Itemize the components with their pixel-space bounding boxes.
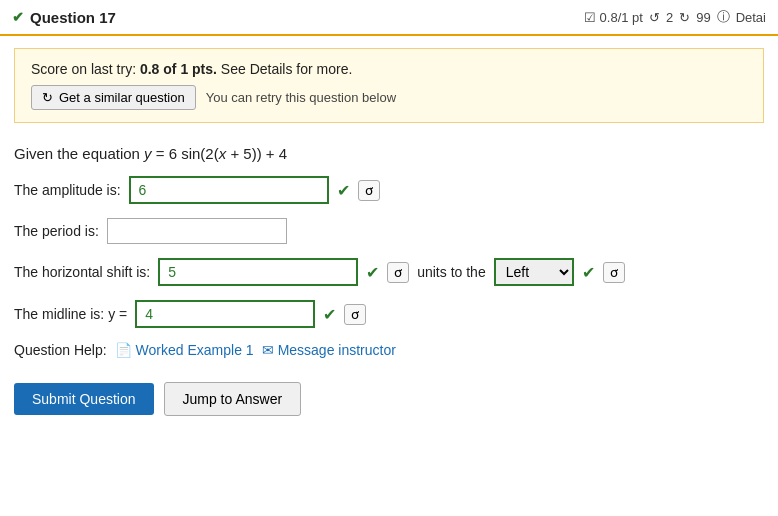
help-label: Question Help:	[14, 342, 107, 358]
help-row: Question Help: 📄 Worked Example 1 ✉ Mess…	[14, 342, 764, 358]
score-val: 0.8 of 1 pts.	[140, 61, 217, 77]
message-icon: ✉	[262, 342, 274, 358]
worked-example-icon: 📄	[115, 342, 132, 358]
message-instructor-link[interactable]: ✉ Message instructor	[262, 342, 396, 358]
direction-check-icon: ✔	[582, 263, 595, 282]
horizontal-shift-label: The horizontal shift is:	[14, 264, 150, 280]
retry-text: You can retry this question below	[206, 90, 396, 105]
score-badge: ☑ 0.8/1 pt	[584, 10, 643, 25]
message-instructor-label: Message instructor	[278, 342, 396, 358]
score-value: 0.8/1 pt	[600, 10, 643, 25]
amplitude-row: The amplitude is: ✔ ơ	[14, 176, 764, 204]
check-icon: ✔	[12, 9, 24, 25]
horizontal-shift-row: The horizontal shift is: ✔ ơ units to th…	[14, 258, 764, 286]
info-box: Score on last try: 0.8 of 1 pts. See Det…	[14, 48, 764, 123]
question-title-area: ✔ Question 17	[12, 9, 116, 26]
amplitude-label: The amplitude is:	[14, 182, 121, 198]
action-row: Submit Question Jump to Answer	[0, 378, 778, 430]
horizontal-shift-check-icon: ✔	[366, 263, 379, 282]
remaining-count: 99	[696, 10, 710, 25]
score-suffix: See Details for more.	[217, 61, 352, 77]
equation-label: Given the equation	[14, 145, 144, 162]
amplitude-pencil-button[interactable]: ơ	[358, 180, 380, 201]
refresh-small-icon: ↻	[42, 90, 53, 105]
details-label[interactable]: Detai	[736, 10, 766, 25]
midline-check-icon: ✔	[323, 305, 336, 324]
info-icon[interactable]: ⓘ	[717, 8, 730, 26]
worked-example-label: Worked Example 1	[136, 342, 254, 358]
attempts-icon: ↺	[649, 10, 660, 25]
score-check-icon: ☑	[584, 10, 596, 25]
midline-input[interactable]	[135, 300, 315, 328]
horizontal-shift-input[interactable]	[158, 258, 358, 286]
question-header: ✔ Question 17 ☑ 0.8/1 pt ↺ 2 ↻ 99 ⓘ Deta…	[0, 0, 778, 36]
equation-display: y = 6 sin(2(x + 5)) + 4	[144, 145, 287, 162]
direction-pencil-button[interactable]: ơ	[603, 262, 625, 283]
submit-question-button[interactable]: Submit Question	[14, 383, 154, 415]
header-right: ☑ 0.8/1 pt ↺ 2 ↻ 99 ⓘ Detai	[584, 8, 766, 26]
score-message: Score on last try: 0.8 of 1 pts. See Det…	[31, 61, 747, 77]
period-row: The period is:	[14, 218, 764, 244]
jump-to-answer-button[interactable]: Jump to Answer	[164, 382, 302, 416]
period-label: The period is:	[14, 223, 99, 239]
midline-row: The midline is: y = ✔ ơ	[14, 300, 764, 328]
score-prefix: Score on last try:	[31, 61, 140, 77]
question-number: Question 17	[30, 9, 116, 26]
amplitude-check-icon: ✔	[337, 181, 350, 200]
period-input[interactable]	[107, 218, 287, 244]
question-body: Given the equation y = 6 sin(2(x + 5)) +…	[0, 135, 778, 378]
get-similar-button[interactable]: ↻ Get a similar question	[31, 85, 196, 110]
worked-example-link[interactable]: 📄 Worked Example 1	[115, 342, 254, 358]
similar-row: ↻ Get a similar question You can retry t…	[31, 85, 747, 110]
equation-line: Given the equation y = 6 sin(2(x + 5)) +…	[14, 145, 764, 162]
horizontal-shift-pencil-button[interactable]: ơ	[387, 262, 409, 283]
similar-btn-label: Get a similar question	[59, 90, 185, 105]
midline-pencil-button[interactable]: ơ	[344, 304, 366, 325]
direction-select[interactable]: Left Right	[494, 258, 574, 286]
refresh-icon: ↻	[679, 10, 690, 25]
midline-label: The midline is: y =	[14, 306, 127, 322]
attempts-count: 2	[666, 10, 673, 25]
amplitude-input[interactable]	[129, 176, 329, 204]
units-label: units to the	[417, 264, 486, 280]
